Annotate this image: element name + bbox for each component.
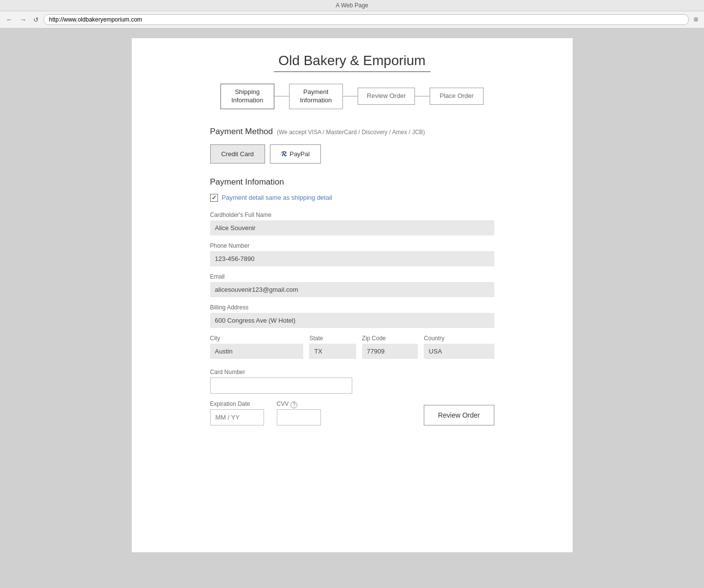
step-connector-1 — [274, 96, 289, 96]
same-as-shipping-label: Payment detail same as shipping detail — [222, 194, 332, 201]
expiry-group: Expiration Date — [210, 400, 269, 425]
step-place-order-label: Place Order — [440, 92, 474, 99]
billing-address-label: Billing Address — [210, 304, 494, 311]
paypal-icon: 𝓡 — [281, 150, 287, 158]
country-group: Country — [424, 335, 494, 359]
state-group: State — [309, 335, 356, 359]
payment-method-buttons: Credit Card 𝓡 PayPal — [210, 144, 494, 164]
state-input[interactable] — [309, 344, 356, 359]
city-group: City — [210, 335, 304, 359]
zip-label: Zip Code — [362, 335, 418, 342]
email-label: Email — [210, 273, 494, 280]
site-title: Old Bakery & Emporium — [151, 53, 553, 69]
card-bottom-row: Expiration Date CVV ? Review Order — [210, 400, 494, 425]
country-input[interactable] — [424, 344, 494, 359]
paypal-button-label: PayPal — [290, 150, 310, 158]
browser-title: A Web Page — [336, 2, 368, 9]
zip-input[interactable] — [362, 344, 418, 359]
browser-title-bar: A Web Page — [0, 0, 704, 11]
browser-menu-button[interactable]: ≡ — [692, 14, 700, 25]
payment-info-section: Payment Infomation Payment detail same a… — [210, 177, 494, 425]
review-order-button[interactable]: Review Order — [424, 405, 494, 425]
card-number-input[interactable] — [210, 377, 352, 394]
cvv-label: CVV — [277, 400, 289, 407]
page-content: Old Bakery & Emporium ShippingInformatio… — [132, 38, 573, 552]
step-review[interactable]: Review Order — [358, 88, 415, 105]
step-payment[interactable]: PaymentInformation — [289, 84, 343, 109]
checkout-stepper: ShippingInformation PaymentInformation R… — [151, 84, 553, 109]
cardholder-input[interactable] — [210, 220, 494, 235]
same-as-shipping-checkbox[interactable] — [210, 194, 218, 202]
forward-button[interactable]: → — [18, 15, 28, 24]
step-connector-2 — [343, 96, 358, 96]
cvv-label-row: CVV ? — [277, 400, 326, 409]
city-label: City — [210, 335, 304, 342]
cardholder-name-group: Cardholder's Full Name — [210, 212, 494, 235]
zip-group: Zip Code — [362, 335, 418, 359]
refresh-button[interactable]: ↺ — [31, 15, 41, 24]
same-as-shipping-row[interactable]: Payment detail same as shipping detail — [210, 194, 494, 202]
cvv-group: CVV ? — [277, 400, 326, 425]
expiry-label: Expiration Date — [210, 400, 269, 407]
expiry-input[interactable] — [210, 409, 264, 425]
country-label: Country — [424, 335, 494, 342]
back-button[interactable]: ← — [4, 15, 15, 24]
billing-address-input[interactable] — [210, 313, 494, 328]
address-bar[interactable] — [44, 14, 689, 25]
step-place-order[interactable]: Place Order — [430, 88, 484, 105]
paypal-button[interactable]: 𝓡 PayPal — [270, 144, 321, 164]
email-group: Email — [210, 273, 494, 297]
state-label: State — [309, 335, 356, 342]
cvv-info-icon[interactable]: ? — [291, 401, 297, 408]
step-payment-label: PaymentInformation — [300, 88, 332, 104]
step-shipping[interactable]: ShippingInformation — [220, 84, 274, 109]
city-input[interactable] — [210, 344, 304, 359]
email-input[interactable] — [210, 282, 494, 297]
card-number-group: Card Number — [210, 369, 494, 394]
browser-toolbar: ← → ↺ ≡ — [0, 11, 704, 28]
step-review-label: Review Order — [367, 92, 406, 99]
cvv-input[interactable] — [277, 409, 321, 425]
credit-card-button[interactable]: Credit Card — [210, 144, 265, 164]
cardholder-label: Cardholder's Full Name — [210, 212, 494, 218]
form-container: Payment Method (We accept VISA / MasterC… — [210, 127, 494, 425]
payment-method-subtitle: (We accept VISA / MasterCard / Discovery… — [277, 129, 425, 136]
step-shipping-label: ShippingInformation — [231, 88, 263, 104]
step-connector-3 — [415, 96, 430, 96]
site-title-divider — [274, 71, 431, 72]
card-number-label: Card Number — [210, 369, 494, 376]
payment-info-title: Payment Infomation — [210, 177, 494, 187]
review-button-group: Review Order — [334, 405, 494, 425]
payment-method-header: Payment Method (We accept VISA / MasterC… — [210, 127, 494, 137]
billing-address-group: Billing Address — [210, 304, 494, 328]
phone-input[interactable] — [210, 251, 494, 266]
address-row: City State Zip Code Country — [210, 335, 494, 359]
phone-label: Phone Number — [210, 242, 494, 249]
phone-number-group: Phone Number — [210, 242, 494, 266]
payment-method-title: Payment Method — [210, 127, 273, 137]
